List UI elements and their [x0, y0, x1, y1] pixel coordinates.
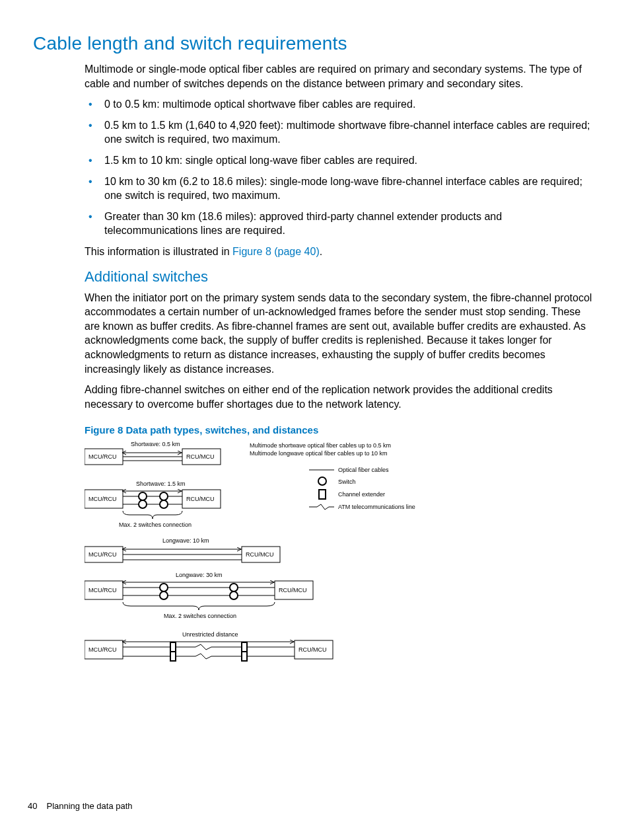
figure-link[interactable]: Figure 8 (page 40): [232, 246, 320, 257]
svg-text:Longwave: 30 km: Longwave: 30 km: [176, 572, 223, 578]
svg-text:RCU/MCU: RCU/MCU: [298, 646, 327, 653]
svg-text:ATM telecommunications line: ATM telecommunications line: [338, 504, 415, 510]
svg-point-12: [318, 477, 326, 485]
svg-text:RCU/MCU: RCU/MCU: [186, 496, 215, 502]
figure-caption: Figure 8 Data path types, switches, and …: [85, 424, 597, 436]
svg-text:Multimode longwave optical fib: Multimode longwave optical fiber cables …: [250, 450, 388, 457]
svg-rect-58: [242, 642, 247, 652]
page-number: 40: [28, 801, 37, 811]
list-item: 0 to 0.5 km: multimode optical shortwave…: [85, 97, 597, 112]
requirements-list: 0 to 0.5 km: multimode optical shortwave…: [85, 97, 597, 238]
list-item: 1.5 km to 10 km: single optical long-wav…: [85, 153, 597, 168]
subsection-heading: Additional switches: [33, 268, 597, 286]
svg-text:Unrestricted distance: Unrestricted distance: [182, 631, 238, 638]
page-footer: 40Planning the data path: [28, 801, 133, 811]
svg-text:MCU/RCU: MCU/RCU: [88, 646, 117, 653]
section-heading: Cable length and switch requirements: [33, 33, 597, 54]
svg-text:MCU/RCU: MCU/RCU: [88, 453, 117, 460]
svg-text:RCU/MCU: RCU/MCU: [246, 551, 274, 558]
svg-text:Max. 2 switches connection: Max. 2 switches connection: [119, 521, 192, 528]
svg-point-45: [230, 584, 238, 592]
svg-point-47: [160, 592, 168, 599]
svg-text:Switch: Switch: [338, 478, 356, 485]
svg-point-44: [160, 584, 168, 592]
svg-point-48: [230, 592, 238, 599]
illustration-ref: This information is illustrated in Figur…: [85, 245, 597, 259]
svg-point-27: [160, 500, 168, 508]
svg-rect-62: [242, 652, 247, 661]
svg-text:Max. 2 switches connection: Max. 2 switches connection: [164, 613, 236, 619]
svg-text:Optical fiber cables: Optical fiber cables: [338, 467, 389, 473]
svg-rect-57: [170, 642, 176, 652]
svg-text:Shortwave: 1.5 km: Shortwave: 1.5 km: [136, 480, 186, 487]
svg-text:MCU/RCU: MCU/RCU: [88, 496, 117, 502]
svg-text:MCU/RCU: MCU/RCU: [88, 551, 117, 558]
svg-text:RCU/MCU: RCU/MCU: [279, 587, 307, 593]
figure-diagram: MCU/RCU RCU/MCU Shortwave: 0.5 km Multim…: [85, 441, 428, 692]
svg-point-23: [139, 492, 147, 500]
body-paragraph: Adding fibre-channel switches on either …: [85, 383, 597, 411]
svg-point-24: [160, 492, 168, 500]
svg-rect-14: [319, 490, 326, 499]
list-item: 0.5 km to 1.5 km (1,640 to 4,920 feet): …: [85, 118, 597, 147]
svg-text:Shortwave: 0.5 km: Shortwave: 0.5 km: [131, 441, 180, 447]
svg-rect-61: [170, 652, 176, 661]
svg-text:RCU/MCU: RCU/MCU: [186, 453, 215, 460]
intro-paragraph: Multimode or single-mode optical fiber c…: [85, 62, 597, 91]
list-item: Greater than 30 km (18.6 miles): approve…: [85, 210, 597, 238]
svg-text:Multimode shortwave optical fi: Multimode shortwave optical fiber cables…: [250, 442, 391, 449]
svg-text:Channel extender: Channel extender: [338, 491, 385, 498]
svg-text:MCU/RCU: MCU/RCU: [88, 587, 117, 593]
svg-point-26: [139, 500, 147, 508]
svg-text:Longwave: 10 km: Longwave: 10 km: [162, 537, 209, 544]
body-paragraph: When the initiator port on the primary s…: [85, 291, 597, 377]
footer-text: Planning the data path: [46, 801, 132, 811]
list-item: 10 km to 30 km (6.2 to 18.6 miles): sing…: [85, 174, 597, 203]
